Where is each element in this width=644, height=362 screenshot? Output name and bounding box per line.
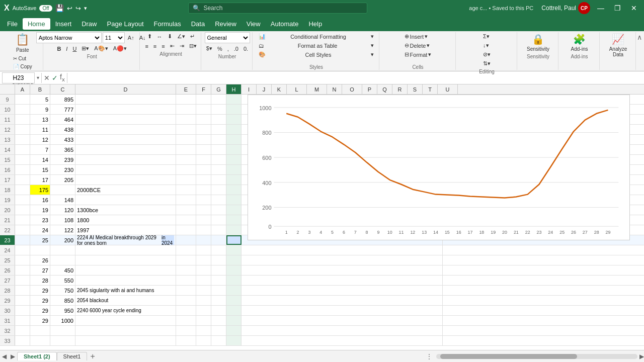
align-center[interactable]: ≡ — [151, 42, 158, 50]
cell-b25[interactable]: 26 — [30, 255, 50, 265]
cell-d31[interactable] — [75, 316, 176, 325]
cell-c28[interactable]: 750 — [50, 286, 75, 295]
cell-e17[interactable] — [176, 175, 196, 185]
cell-a30[interactable] — [15, 306, 30, 315]
cell-d30[interactable]: 2240 6000 year cycle ending — [75, 306, 176, 315]
cell-b11[interactable]: 13 — [30, 115, 50, 124]
cell-h25[interactable] — [226, 255, 242, 265]
formula-input[interactable] — [69, 74, 642, 81]
cell-g31[interactable] — [211, 316, 226, 325]
cell-a17[interactable] — [15, 175, 30, 185]
cell-f14[interactable] — [196, 145, 211, 154]
cell-h10[interactable] — [226, 105, 242, 114]
cell-e27[interactable] — [176, 276, 196, 285]
cell-b32[interactable] — [30, 326, 50, 335]
cell-g28[interactable] — [211, 286, 226, 295]
cell-a29[interactable] — [15, 296, 30, 305]
add-sheet-button[interactable]: + — [87, 352, 98, 361]
cell-h28[interactable] — [226, 286, 242, 295]
cell-rest31[interactable] — [242, 316, 443, 325]
cell-d11[interactable] — [75, 115, 176, 124]
decrease-indent[interactable]: ⇤ — [168, 42, 177, 50]
cell-b9[interactable]: 5 — [30, 95, 50, 104]
cell-g27[interactable] — [211, 276, 226, 285]
cell-h21[interactable] — [226, 215, 242, 225]
insert-cells-button[interactable]: ⊕Insert▾ — [403, 32, 434, 41]
col-header-j[interactable]: J — [257, 84, 272, 94]
menu-formulas[interactable]: Formulas — [149, 18, 186, 30]
scroll-thumb-h[interactable] — [440, 354, 577, 359]
fill-button[interactable]: ↓▾ — [481, 41, 493, 50]
scroll-right[interactable]: ▶ — [639, 353, 644, 360]
cell-b16[interactable]: 15 — [30, 165, 50, 174]
col-header-i[interactable]: I — [242, 84, 257, 94]
cell-d16[interactable] — [75, 165, 176, 174]
cell-g12[interactable] — [211, 125, 226, 134]
cell-e29[interactable] — [176, 296, 196, 305]
cell-h31[interactable] — [226, 316, 242, 325]
cell-g32[interactable] — [211, 326, 226, 335]
cell-h12[interactable] — [226, 125, 242, 134]
col-header-g[interactable]: G — [211, 84, 226, 94]
cell-a32[interactable] — [15, 326, 30, 335]
cell-c26[interactable]: 450 — [50, 265, 75, 275]
cell-h13[interactable] — [226, 135, 242, 144]
col-header-a[interactable]: A — [15, 84, 30, 94]
col-header-q[interactable]: Q — [377, 84, 392, 94]
sheet-tab-2[interactable]: Sheet1 — [57, 352, 88, 360]
cell-g21[interactable] — [211, 215, 226, 225]
menu-review[interactable]: Review — [210, 18, 242, 30]
cell-f20[interactable] — [196, 205, 211, 215]
cell-e23[interactable] — [176, 235, 196, 245]
addins-button[interactable]: 🧩 Add-ins — [568, 32, 591, 53]
sheet-nav-prev[interactable]: ◀ — [0, 353, 9, 360]
cell-e24[interactable] — [176, 245, 196, 255]
col-header-e[interactable]: E — [176, 84, 196, 94]
cell-c16[interactable]: 230 — [50, 165, 75, 174]
number-format-select[interactable]: General — [205, 32, 250, 43]
cell-c19[interactable]: 148 — [50, 195, 75, 205]
cell-e16[interactable] — [176, 165, 196, 174]
cell-b19[interactable]: 16 — [30, 195, 50, 205]
fill-color-button[interactable]: A🎨▾ — [92, 44, 110, 53]
cell-d17[interactable] — [75, 175, 176, 185]
font-color-button[interactable]: A🔴▾ — [111, 44, 129, 53]
cell-a21[interactable] — [15, 215, 30, 225]
cell-c27[interactable]: 550 — [50, 276, 75, 285]
cell-b20[interactable]: 19 — [30, 205, 50, 215]
cell-h29[interactable] — [226, 296, 242, 305]
cell-f26[interactable] — [196, 265, 211, 275]
cell-d15[interactable] — [75, 155, 176, 164]
cell-a13[interactable] — [15, 135, 30, 144]
cell-e31[interactable] — [176, 316, 196, 325]
cell-c20[interactable]: 120 — [50, 205, 75, 215]
cell-b31[interactable]: 29 — [30, 316, 50, 325]
cell-c23[interactable]: 200 — [50, 235, 75, 245]
cell-b14[interactable]: 7 — [30, 145, 50, 154]
cell-c15[interactable]: 239 — [50, 155, 75, 164]
underline-button[interactable]: U — [70, 45, 78, 53]
cell-h27[interactable] — [226, 276, 242, 285]
cell-g33[interactable] — [211, 336, 226, 345]
cell-h15[interactable] — [226, 155, 242, 164]
cell-d14[interactable] — [75, 145, 176, 154]
cell-a15[interactable] — [15, 155, 30, 164]
cell-c9[interactable]: 895 — [50, 95, 75, 104]
cell-e14[interactable] — [176, 145, 196, 154]
cell-c25[interactable] — [50, 255, 75, 265]
col-header-t[interactable]: T — [423, 84, 438, 94]
cell-b17[interactable]: 17 — [30, 175, 50, 185]
cell-g24[interactable] — [211, 245, 226, 255]
cell-a14[interactable] — [15, 145, 30, 154]
cell-h32[interactable] — [226, 326, 242, 335]
cell-f30[interactable] — [196, 306, 211, 315]
cell-d9[interactable] — [75, 95, 176, 104]
col-header-f[interactable]: F — [196, 84, 211, 94]
cell-d24[interactable] — [75, 245, 176, 255]
menu-home[interactable]: Home — [23, 18, 50, 30]
cell-e20[interactable] — [176, 205, 196, 215]
cell-g16[interactable] — [211, 165, 226, 174]
cell-d26[interactable] — [75, 265, 176, 275]
cell-b30[interactable]: 29 — [30, 306, 50, 315]
cell-b13[interactable]: 12 — [30, 135, 50, 144]
